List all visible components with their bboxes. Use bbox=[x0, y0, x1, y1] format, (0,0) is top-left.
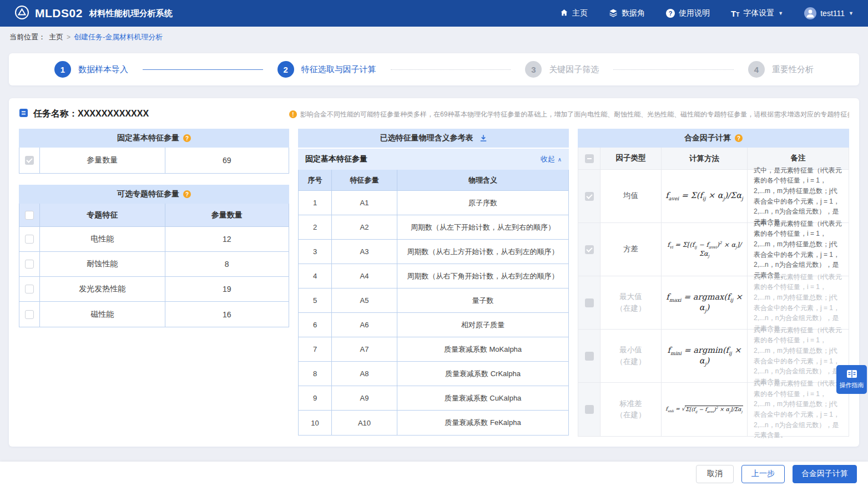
row-no: 1 bbox=[299, 191, 332, 215]
layers-icon bbox=[609, 8, 618, 19]
row-meaning: 相对原子质量 bbox=[397, 313, 568, 337]
param-count-value: 69 bbox=[165, 148, 289, 173]
step-1-data-import: 1 数据样本导入 bbox=[54, 61, 128, 78]
breadcrumb-prefix: 当前位置： bbox=[9, 32, 46, 42]
feature-count: 16 bbox=[165, 302, 289, 327]
factor-type-status: （在建） bbox=[616, 409, 646, 421]
reference-section-bar: 固定基本特征参量 收起 ∧ bbox=[298, 149, 569, 170]
feature-count: 19 bbox=[165, 277, 289, 301]
notice-message: ! 影响合金不同性能的可能特征参量种类多样，在69种基本物理化学特征参量的基础上… bbox=[289, 108, 849, 119]
collapse-link[interactable]: 收起 ∧ bbox=[541, 154, 562, 164]
factor-formula: fmini = argmin(fij × αj) bbox=[663, 346, 745, 367]
table-row: 7 A7 质量衰减系数 MoKalpha bbox=[299, 337, 568, 362]
breadcrumb-current-link[interactable]: 创建任务-金属材料机理分析 bbox=[74, 32, 163, 42]
collapse-label: 收起 bbox=[541, 154, 555, 164]
table-row: 1 A1 原子序数 bbox=[299, 191, 568, 215]
operation-guide-button[interactable]: 操作指南 bbox=[836, 365, 867, 394]
step-2-number: 2 bbox=[277, 61, 294, 78]
param-count-label: 参量数量 bbox=[40, 148, 165, 173]
row-meaning: 周期数（从左下开始计数，从左到右的顺序） bbox=[397, 215, 568, 239]
brand: MLDS02 材料性能机理分析系统 bbox=[14, 5, 173, 22]
row-meaning: 周期数（从右上方开始计数，从右到左的顺序） bbox=[397, 240, 568, 264]
row-meaning: 质量衰减系数 FeKalpha bbox=[397, 411, 568, 435]
row-meaning: 质量衰减系数 MoKalpha bbox=[397, 337, 568, 361]
column-header-method: 计算方法 bbox=[662, 148, 748, 169]
nav-home[interactable]: 主页 bbox=[560, 8, 588, 18]
nav-font-setting[interactable]: TT 字体设置 ▼ bbox=[731, 8, 783, 18]
row-param: A4 bbox=[332, 264, 397, 288]
previous-step-button[interactable]: 上一步 bbox=[741, 465, 785, 483]
factor-note: 式中，是元素特征量（i代表元素的各个特征量，i = 1，2,...m，m为特征量… bbox=[748, 276, 849, 329]
task-title: 任务名称：XXXXXXXXXXXX bbox=[19, 108, 289, 120]
column-header-no: 序号 bbox=[299, 170, 332, 190]
book-icon bbox=[846, 369, 857, 379]
chevron-down-icon: ▼ bbox=[778, 11, 783, 16]
step-3-key-factor-filter: 3 关键因子筛选 bbox=[525, 61, 599, 78]
nav-help-label: 使用说明 bbox=[679, 8, 710, 18]
factor-note: 式中，是元素特征量（i代表元素的各个特征量，i = 1，2,...m，m为特征量… bbox=[748, 330, 849, 382]
factor-checkbox bbox=[585, 245, 594, 254]
factor-formula: fstdi = √Σ[(fij − favei)2 × αj]/Σαj bbox=[665, 406, 743, 413]
row-checkbox[interactable] bbox=[25, 310, 34, 319]
download-icon[interactable] bbox=[480, 134, 487, 142]
logo-icon bbox=[14, 5, 29, 22]
help-icon[interactable]: ? bbox=[183, 190, 191, 198]
row-meaning: 原子序数 bbox=[397, 191, 568, 215]
factor-type-status: （在建） bbox=[616, 303, 646, 314]
step-indicator: 1 数据样本导入 2 特征选取与因子计算 3 关键因子筛选 4 重要性分析 bbox=[9, 53, 859, 85]
table-header-row: 序号 特征参量 物理含义 bbox=[299, 170, 568, 191]
app-name: 材料性能机理分析系统 bbox=[89, 8, 173, 19]
row-param: A3 bbox=[332, 240, 397, 264]
section-name: 固定基本特征参量 bbox=[305, 154, 367, 164]
row-meaning: 质量衰减系数 CrKalpha bbox=[397, 362, 568, 386]
factor-select-all-checkbox bbox=[585, 154, 594, 163]
step-3-label: 关键因子筛选 bbox=[549, 64, 599, 75]
factor-note: 式中，是元素特征量（i代表元素的各个特征量，i = 1，2,...m，m为特征量… bbox=[748, 223, 849, 276]
fixed-params-checkbox bbox=[25, 156, 34, 165]
table-row: 发光发热性能 19 bbox=[19, 277, 289, 302]
table-row: 最大值 （在建） fmaxi = argmax(fij × αj) 式中，是元素… bbox=[578, 276, 849, 330]
factor-note: 式中，是元素特征量（i代表元素的各个特征量，i = 1，2,...m，m为特征量… bbox=[748, 170, 849, 222]
feature-count: 12 bbox=[165, 227, 289, 251]
step-2-label: 特征选取与因子计算 bbox=[301, 64, 376, 75]
cancel-button[interactable]: 取消 bbox=[696, 465, 734, 483]
reference-table-title: 已选特征量物理含义参考表 bbox=[298, 129, 569, 148]
factor-checkbox-disabled bbox=[585, 298, 594, 307]
row-meaning: 周期数（从右下角开始计数，从右到左的顺序） bbox=[397, 264, 568, 288]
row-no: 6 bbox=[299, 313, 332, 337]
row-param: A5 bbox=[332, 288, 397, 312]
factor-calc-button[interactable]: 合金因子计算 bbox=[793, 465, 857, 483]
feature-name: 磁性能 bbox=[40, 302, 165, 327]
row-checkbox[interactable] bbox=[25, 285, 34, 293]
username: test111 bbox=[820, 9, 845, 18]
factor-type: 最小值 bbox=[619, 345, 642, 356]
select-all-checkbox[interactable] bbox=[25, 211, 34, 220]
row-checkbox[interactable] bbox=[25, 235, 34, 244]
factor-type-status: （在建） bbox=[616, 356, 646, 367]
factor-table: 因子类型 计算方法 备注 均值 favei = Σ(fij × αj)/Σαj … bbox=[578, 148, 849, 437]
column-header-meaning: 物理含义 bbox=[397, 170, 568, 190]
nav-help[interactable]: ? 使用说明 bbox=[666, 8, 710, 18]
row-checkbox[interactable] bbox=[25, 260, 34, 269]
factor-table-title: 合金因子计算 ? bbox=[578, 129, 849, 148]
feature-name: 发光发热性能 bbox=[40, 277, 165, 301]
row-no: 4 bbox=[299, 264, 332, 288]
home-icon bbox=[560, 8, 568, 18]
step-4-label: 重要性分析 bbox=[772, 64, 814, 75]
breadcrumb-home-link[interactable]: 主页 bbox=[49, 32, 63, 42]
factor-formula: fvi = Σ[(fij − favei)2 × αj]/Σαj bbox=[663, 240, 745, 259]
step-4-importance-analysis: 4 重要性分析 bbox=[748, 61, 814, 78]
nav-user-menu[interactable]: test111 ▼ bbox=[804, 7, 854, 19]
table-row: 参量数量 69 bbox=[19, 148, 289, 173]
table-row: 电性能 12 bbox=[19, 227, 289, 252]
breadcrumb-separator: > bbox=[67, 33, 70, 41]
help-icon[interactable]: ? bbox=[183, 134, 191, 142]
table-row: 3 A3 周期数（从右上方开始计数，从右到左的顺序） bbox=[299, 240, 568, 264]
reference-table-title-text: 已选特征量物理含义参考表 bbox=[380, 133, 473, 143]
warning-icon: ! bbox=[289, 110, 297, 118]
row-no: 8 bbox=[299, 362, 332, 386]
nav-data-corner[interactable]: 数据角 bbox=[609, 8, 645, 19]
help-icon[interactable]: ? bbox=[735, 134, 743, 142]
table-row: 9 A9 质量衰减系数 CuKalpha bbox=[299, 386, 568, 411]
fixed-params-title: 固定基本特征参量 ? bbox=[19, 129, 289, 148]
